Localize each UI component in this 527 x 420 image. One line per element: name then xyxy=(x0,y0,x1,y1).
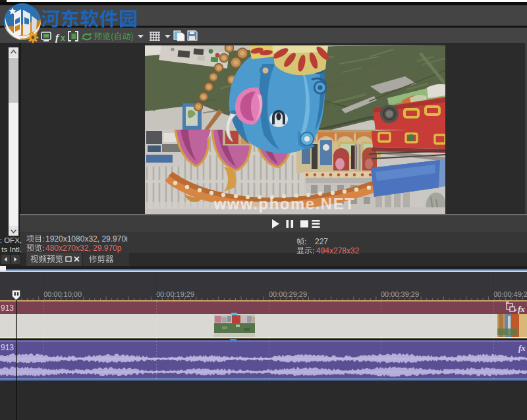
svg-text:f: f xyxy=(55,32,60,43)
svg-text:fx: fx xyxy=(518,304,525,314)
svg-text:00:00:19;29: 00:00:19;29 xyxy=(156,290,194,298)
svg-text:913: 913 xyxy=(1,303,14,313)
svg-text:00:00:10;00: 00:00:10;00 xyxy=(43,290,82,298)
svg-text:x: x xyxy=(61,34,65,43)
svg-text:ts Intl.: ts Intl. xyxy=(1,246,22,253)
svg-text:fx: fx xyxy=(518,343,526,353)
svg-text:00:00:29;29: 00:00:29;29 xyxy=(269,290,307,298)
svg-text:: OFX,: : OFX, xyxy=(0,236,22,244)
svg-text:00:00:39;29: 00:00:39;29 xyxy=(381,290,419,298)
svg-text:00:00:49;2: 00:00:49;2 xyxy=(493,290,527,298)
svg-text:227: 227 xyxy=(315,237,328,246)
svg-text:494x278x32: 494x278x32 xyxy=(316,246,360,255)
svg-text:913: 913 xyxy=(1,343,14,352)
svg-text:480x270x32, 29.970p: 480x270x32, 29.970p xyxy=(45,244,122,253)
svg-text:1920x1080x32, 29.970i: 1920x1080x32, 29.970i xyxy=(45,234,128,244)
